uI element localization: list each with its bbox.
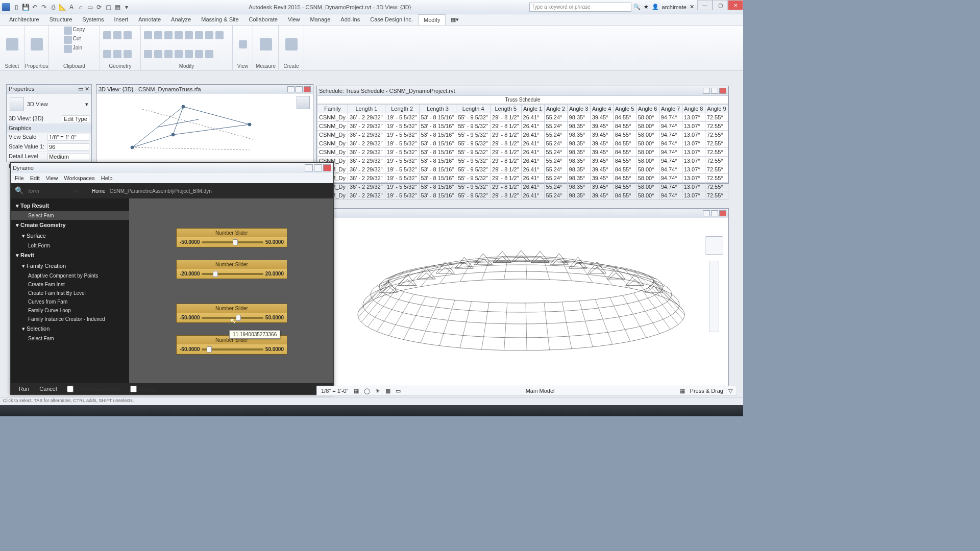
cancel-button[interactable]: Cancel xyxy=(39,386,57,392)
geo1-icon[interactable] xyxy=(103,31,111,39)
schedule-min[interactable] xyxy=(703,88,710,94)
delete-icon[interactable] xyxy=(185,50,193,58)
dynamo-canvas[interactable]: Number Slider -50.0000 50.0000Number Sli… xyxy=(129,198,333,383)
tab-modify[interactable]: Modify xyxy=(418,14,446,25)
view-3d-min[interactable] xyxy=(287,86,295,92)
pin-icon[interactable] xyxy=(164,50,173,58)
dynamo-menu-workspaces[interactable]: Workspaces xyxy=(64,175,94,181)
geo3-icon[interactable] xyxy=(124,31,132,39)
sunpath-icon[interactable]: ☀ xyxy=(375,388,380,394)
copy-button[interactable]: Copy xyxy=(73,27,85,35)
run-button[interactable]: Run xyxy=(19,386,29,392)
lib-loft-form[interactable]: Loft Form xyxy=(11,241,129,250)
ungroup-icon[interactable] xyxy=(205,50,213,58)
tab-annotate[interactable]: Annotate xyxy=(133,14,166,25)
menu-dots-icon[interactable]: ⋮ xyxy=(82,188,88,194)
qat-close-icon[interactable]: ▢ xyxy=(104,3,112,11)
app-icon[interactable] xyxy=(2,3,10,11)
column-header[interactable]: Angle 7 xyxy=(659,105,682,113)
nav-bar[interactable] xyxy=(709,261,719,332)
nav-wheel[interactable] xyxy=(705,236,723,255)
lib-family-creation[interactable]: ▾ Family Creation xyxy=(11,261,129,271)
signin-icon[interactable]: ★ xyxy=(644,4,649,10)
tab-architecture[interactable]: Architecture xyxy=(4,14,44,25)
back-icon[interactable]: ◀ xyxy=(74,188,78,194)
dynamo-menu-view[interactable]: View xyxy=(46,175,58,181)
geo2-icon[interactable] xyxy=(113,31,121,39)
persp-min[interactable] xyxy=(703,210,710,216)
column-header[interactable]: Length 2 xyxy=(385,105,419,113)
schedule-table[interactable]: FamilyLength 1Length 2Length 3Length 4Le… xyxy=(317,104,728,200)
group-icon[interactable] xyxy=(195,50,203,58)
modify-button[interactable] xyxy=(4,33,20,56)
dynamo-menu-help[interactable]: Help xyxy=(101,175,113,181)
column-header[interactable]: Length 5 xyxy=(491,105,521,113)
geo5-icon[interactable] xyxy=(113,50,121,58)
column-header[interactable]: Length 4 xyxy=(456,105,491,113)
dynamo-close[interactable] xyxy=(323,164,331,171)
tab-case[interactable]: Case Design Inc. xyxy=(365,14,418,25)
cut-button[interactable]: Cut xyxy=(73,36,81,44)
prop-value[interactable]: 1/8" = 1'-0" xyxy=(47,134,89,141)
tab-systems[interactable]: Systems xyxy=(77,14,109,25)
array-icon[interactable] xyxy=(144,50,152,58)
infocenter-icon[interactable]: 🔍 xyxy=(633,4,641,10)
properties-close-icon[interactable]: ▭ ✕ xyxy=(78,86,89,93)
slider-track[interactable] xyxy=(202,273,263,275)
column-header[interactable]: Angle 6 xyxy=(636,105,659,113)
join-button[interactable]: Join xyxy=(73,45,82,53)
qat-3d-icon[interactable]: ⌂ xyxy=(77,3,85,11)
table-row[interactable]: CSNM_Dy36' - 2 29/32"19' - 5 5/32"53' - … xyxy=(317,157,728,165)
qat-save-icon[interactable]: 💾 xyxy=(21,3,30,11)
table-row[interactable]: CSNM_Dy36' - 2 29/32"19' - 5 5/32"53' - … xyxy=(317,131,728,139)
model-select[interactable]: Main Model xyxy=(526,388,555,394)
view-3d-max[interactable] xyxy=(296,86,303,92)
lib-surface[interactable]: ▾ Surface xyxy=(11,231,129,241)
select-mode-icon[interactable]: ▽ xyxy=(728,388,732,394)
qat-open-icon[interactable]: ▯ xyxy=(12,3,20,11)
lib-item[interactable]: Create Fam Inst xyxy=(11,280,129,289)
view-icon[interactable] xyxy=(239,40,247,48)
visualstyle-icon[interactable]: ◯ xyxy=(364,388,370,394)
continuous-checkbox[interactable] xyxy=(67,386,74,392)
tab-view[interactable]: View xyxy=(283,14,305,25)
offset-icon[interactable] xyxy=(205,31,213,39)
cut-icon[interactable] xyxy=(64,36,72,44)
minimize-button[interactable]: — xyxy=(697,0,713,10)
view-3d-canvas[interactable] xyxy=(96,94,313,163)
column-header[interactable]: Length 3 xyxy=(419,105,456,113)
dynamo-min[interactable] xyxy=(305,164,313,171)
lib-item[interactable]: Family Curve Loop xyxy=(11,306,129,315)
number-slider-node[interactable]: Number Slider -20.0000 20.0000 xyxy=(176,260,287,279)
mirror-icon[interactable] xyxy=(195,31,203,39)
tab-extra-icon[interactable]: ▦▾ xyxy=(446,14,464,25)
rotate-icon[interactable] xyxy=(164,31,173,39)
help-search-input[interactable]: Type a keyword or phrase xyxy=(529,3,631,12)
column-header[interactable]: Angle 3 xyxy=(567,105,590,113)
debug-checkbox[interactable] xyxy=(130,386,137,392)
crop-icon[interactable]: ▭ xyxy=(396,388,401,394)
column-header[interactable]: Angle 4 xyxy=(590,105,613,113)
lib-create-geometry[interactable]: ▾ Create Geometry xyxy=(11,220,129,231)
crumb-home[interactable]: Home xyxy=(92,188,106,194)
table-row[interactable]: CSNM_Dy36' - 2 29/32"19' - 5 5/32"53' - … xyxy=(317,174,728,183)
tab-collaborate[interactable]: Collaborate xyxy=(244,14,283,25)
table-row[interactable]: CSNM_Dy36' - 2 29/32"19' - 5 5/32"53' - … xyxy=(317,113,728,122)
persp-max[interactable] xyxy=(711,210,718,216)
press-drag-label[interactable]: Press & Drag xyxy=(690,388,723,394)
table-row[interactable]: CSNM_Dy36' - 2 29/32"19' - 5 5/32"53' - … xyxy=(317,122,728,131)
detail-icon[interactable]: ▦ xyxy=(354,388,359,394)
table-row[interactable]: CSNM_Dy36' - 2 29/32"19' - 5 5/32"53' - … xyxy=(317,139,728,148)
qat-sync-icon[interactable]: ⟳ xyxy=(95,3,103,11)
slider-track[interactable] xyxy=(202,241,263,243)
perspective-canvas[interactable] xyxy=(317,218,728,387)
qat-section-icon[interactable]: ▭ xyxy=(86,3,94,11)
search-input[interactable]: form xyxy=(28,188,39,194)
measure-icon[interactable] xyxy=(260,38,272,51)
edit-type-button[interactable]: Edit Type xyxy=(62,115,89,122)
lib-item[interactable]: Adaptive Component by Points xyxy=(11,271,129,280)
lib-revit[interactable]: ▾ Revit xyxy=(11,250,129,261)
prop-value[interactable]: Medium xyxy=(47,153,89,160)
exchange-icon[interactable]: ✕ xyxy=(690,4,694,10)
trim-icon[interactable] xyxy=(175,31,183,39)
